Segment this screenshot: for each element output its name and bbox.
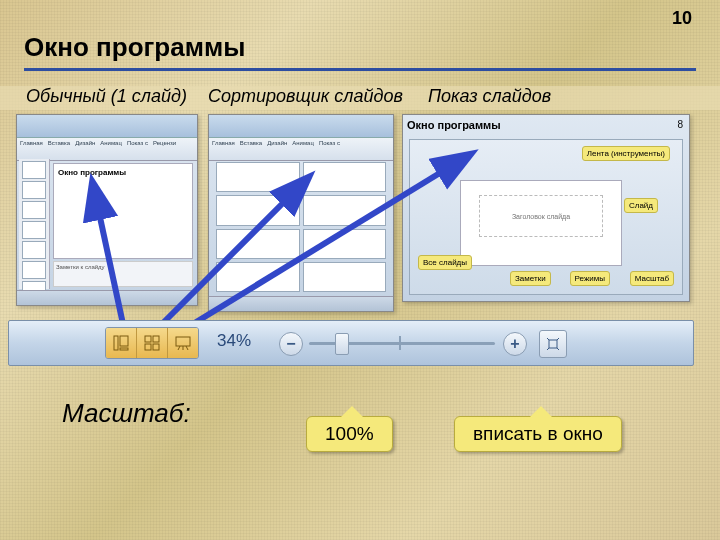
- svg-rect-7: [153, 336, 159, 342]
- normal-view-button[interactable]: [106, 328, 137, 358]
- svg-rect-5: [120, 348, 128, 350]
- svg-rect-14: [549, 340, 557, 348]
- label-sorter-view: Сортировщик слайдов: [208, 86, 403, 107]
- callout-ribbon: Лента (инструменты): [582, 146, 670, 161]
- label-normal-view: Обычный (1 слайд): [26, 86, 187, 107]
- page-number: 10: [672, 8, 692, 29]
- screenshot-a-title: Окно программы: [54, 164, 192, 181]
- callout-notes: Заметки: [510, 271, 551, 286]
- fit-to-window-icon: [545, 336, 561, 352]
- label-show-view: Показ слайдов: [428, 86, 551, 107]
- screenshot-c-slide: Заголовок слайда: [460, 180, 622, 266]
- fit-to-window-button[interactable]: [539, 330, 567, 358]
- svg-rect-4: [120, 336, 128, 346]
- scale-label: Масштаб:: [62, 398, 191, 429]
- svg-line-11: [178, 346, 180, 350]
- zoom-slider-handle[interactable]: [335, 333, 349, 355]
- callout-slide: Слайд: [624, 198, 658, 213]
- zoom-out-button[interactable]: −: [279, 332, 303, 356]
- status-bar: 34% − +: [8, 320, 694, 366]
- callout-all-slides: Все слайды: [418, 255, 472, 270]
- zoom-slider-tick: [399, 336, 401, 350]
- callout-zoom: Масштаб: [630, 271, 674, 286]
- title-underline: [24, 68, 696, 71]
- callout-fit-window: вписать в окно: [454, 416, 622, 452]
- svg-rect-10: [176, 337, 190, 346]
- screenshot-c-title: Окно программы: [407, 119, 501, 131]
- callout-modes: Режимы: [570, 271, 610, 286]
- slideshow-view-icon: [175, 335, 191, 351]
- zoom-in-button[interactable]: +: [503, 332, 527, 356]
- screenshot-c-pagenum: 8: [677, 119, 683, 130]
- callout-100-percent: 100%: [306, 416, 393, 452]
- screenshot-normal-view: Главная Вставка Дизайн Анимац Показ с Ре…: [16, 114, 198, 306]
- svg-rect-9: [153, 344, 159, 350]
- screenshot-a-notes: Заметки к слайду: [53, 261, 193, 287]
- screenshot-c-placeholder: Заголовок слайда: [479, 195, 603, 237]
- sorter-view-button[interactable]: [137, 328, 168, 358]
- normal-view-icon: [113, 335, 129, 351]
- screenshot-show-view: Окно программы 8 Лента (инструменты) Заг…: [402, 114, 690, 302]
- svg-rect-6: [145, 336, 151, 342]
- svg-line-12: [186, 346, 188, 350]
- zoom-value[interactable]: 34%: [217, 331, 251, 351]
- screenshot-sorter-view: Главная Вставка Дизайн Анимац Показ с: [208, 114, 394, 312]
- screenshot-c-body: Лента (инструменты) Заголовок слайда Сла…: [409, 139, 683, 295]
- view-buttons-group: [105, 327, 199, 359]
- svg-rect-8: [145, 344, 151, 350]
- slideshow-view-button[interactable]: [168, 328, 198, 358]
- screenshots-area: Главная Вставка Дизайн Анимац Показ с Ре…: [8, 114, 712, 314]
- slide-title: Окно программы: [24, 32, 245, 63]
- svg-rect-3: [114, 336, 118, 350]
- sorter-view-icon: [144, 335, 160, 351]
